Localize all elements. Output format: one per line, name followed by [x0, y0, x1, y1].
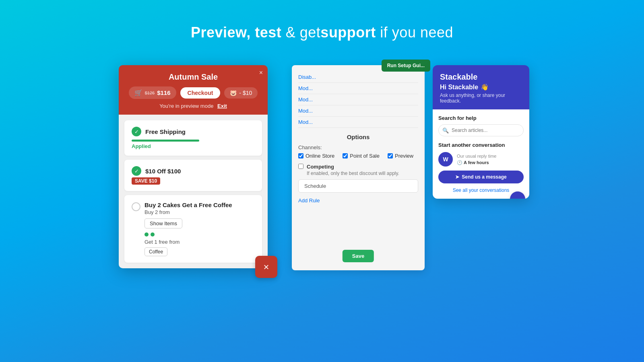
stackable-chat-widget: Stackable Hi Stackable 👋 Ask us anything… — [433, 65, 529, 199]
check-icon: ✓ — [132, 127, 141, 136]
save-badge: SAVE $10 — [132, 176, 255, 185]
menu-item-5[interactable]: Mod... — [298, 117, 418, 128]
channel-online-store-checkbox[interactable] — [298, 153, 303, 158]
conversation-row: W Our usual reply time 🕐 A few hours — [438, 152, 524, 167]
coffee-tag: Coffee — [144, 247, 167, 256]
conv-info: Our usual reply time 🕐 A few hours — [457, 153, 496, 166]
preview-bar: You're in preview mode Exit — [127, 103, 260, 109]
ten-off-card: ✓ $10 Off $100 SAVE $10 — [124, 160, 262, 191]
search-input[interactable] — [438, 124, 524, 136]
channel-pos-checkbox[interactable] — [343, 153, 348, 158]
channel-preview-checkbox[interactable] — [388, 153, 393, 158]
headline-bold1: Preview, test — [191, 24, 281, 41]
stackable-ask: Ask us anything, or share your feedback. — [440, 93, 522, 104]
menu-item-3[interactable]: Mod... — [298, 94, 418, 105]
right-panel: Run Setup Gui... Disab... Mod... Mod... … — [292, 65, 525, 270]
dot-1 — [144, 232, 149, 237]
send-message-button[interactable]: ➤ Send us a message — [438, 171, 524, 183]
stackable-greeting: Hi Stackable 👋 — [440, 83, 522, 91]
piggy-icon: 🐷 — [230, 90, 237, 96]
autumn-toolbar: 🛒 $126 $116 Checkout 🐷 - $10 — [127, 86, 260, 99]
autumn-header: × Autumn Sale 🛒 $126 $116 Checkout 🐷 - $… — [119, 65, 268, 115]
ten-off-row: ✓ $10 Off $100 — [132, 166, 255, 176]
start-conv-label: Start another conversation — [438, 142, 524, 148]
search-help-label: Search for help — [438, 115, 524, 121]
channels-label: Channels: — [298, 144, 418, 150]
close-icon[interactable]: × — [259, 69, 263, 76]
stackable-brand: Stackable — [440, 72, 522, 82]
competing-checkbox[interactable] — [298, 164, 303, 169]
bogo-row: Buy 2 Cakes Get a Free Coffee Buy 2 from… — [132, 202, 255, 256]
applied-label: Applied — [132, 143, 255, 149]
channels-row: Online Store Point of Sale Preview — [298, 153, 418, 159]
competing-label: Competing — [307, 164, 399, 170]
free-shipping-row: ✓ Free Shipping — [132, 127, 255, 136]
competing-hint: If enabled, only the best discount will … — [307, 171, 399, 176]
discount-pill: 🐷 - $10 — [224, 87, 258, 99]
menu-item-2[interactable]: Mod... — [298, 83, 418, 94]
exit-button[interactable]: Exit — [217, 103, 227, 109]
get-free-label: Get 1 free from — [144, 239, 232, 245]
shopify-admin-panel: Run Setup Gui... Disab... Mod... Mod... … — [292, 65, 425, 270]
cart-icon: 🛒 — [134, 89, 142, 97]
send-message-label: Send us a message — [462, 174, 506, 180]
competing-row: Competing If enabled, only the best disc… — [298, 164, 418, 176]
wave-emoji: 👋 — [481, 83, 489, 91]
bogo-title: Buy 2 Cakes Get a Free Coffee — [144, 202, 232, 208]
channel-online-store-label: Online Store — [305, 153, 334, 159]
cart-price-new: $116 — [157, 89, 170, 96]
channel-preview[interactable]: Preview — [388, 153, 413, 159]
greeting-text: Hi Stackable — [440, 84, 478, 91]
reply-label: Our usual reply time — [457, 153, 496, 160]
bogo-card: Buy 2 Cakes Get a Free Coffee Buy 2 from… — [124, 195, 262, 263]
check-icon-2: ✓ — [132, 166, 141, 176]
reply-time-row: 🕐 A few hours — [457, 159, 496, 166]
options-title: Options — [298, 134, 418, 140]
bogo-content: Buy 2 Cakes Get a Free Coffee Buy 2 from… — [144, 202, 232, 256]
send-icon: ➤ — [455, 174, 459, 180]
show-items-button[interactable]: Show Items — [144, 218, 182, 228]
search-input-wrap: 🔍 — [438, 124, 524, 136]
free-shipping-card: ✓ Free Shipping Applied — [124, 120, 262, 156]
avatar: W — [438, 152, 453, 167]
red-x-button[interactable]: × — [255, 256, 277, 278]
free-shipping-label: Free Shipping — [145, 128, 186, 135]
clock-icon: 🕐 — [457, 160, 464, 165]
save-button[interactable]: Save — [343, 250, 374, 262]
stackable-header: Stackable Hi Stackable 👋 Ask us anything… — [433, 65, 529, 109]
channel-preview-label: Preview — [395, 153, 413, 159]
channel-online-store[interactable]: Online Store — [298, 153, 334, 159]
autumn-sale-panel: × Autumn Sale 🛒 $126 $116 Checkout 🐷 - $… — [119, 65, 268, 268]
page-headline: Preview, test & getsupport if you need — [191, 24, 453, 41]
schedule-box[interactable]: Schedule — [298, 179, 418, 193]
dot-2 — [151, 232, 155, 237]
search-icon: 🔍 — [442, 128, 449, 134]
chevron-down-icon: ⌄ — [515, 195, 521, 199]
bogo-sub: Buy 2 from — [144, 209, 232, 215]
reply-time: A few hours — [464, 160, 489, 165]
add-rule-link[interactable]: Add Rule — [298, 197, 418, 204]
discount-value: - $10 — [239, 90, 252, 96]
panels-container: × Autumn Sale 🛒 $126 $116 Checkout 🐷 - $… — [119, 65, 525, 270]
headline-normal1: & get — [286, 24, 321, 41]
autumn-body: ✓ Free Shipping Applied ✓ $10 Off $100 S… — [119, 115, 268, 268]
menu-item-1[interactable]: Disab... — [298, 72, 418, 83]
menu-item-4[interactable]: Mod... — [298, 105, 418, 117]
free-shipping-progress — [132, 140, 199, 142]
channel-pos-label: Point of Sale — [350, 153, 380, 159]
cart-pill: 🛒 $126 $116 — [129, 86, 176, 99]
ten-off-label: $10 Off $100 — [145, 168, 181, 175]
cart-price-old: $126 — [145, 90, 155, 95]
preview-text: You're in preview mode — [159, 103, 213, 109]
headline-normal2: if you need — [380, 24, 453, 41]
see-conversations-link[interactable]: See all your conversations — [438, 187, 524, 193]
stackable-body: Search for help 🔍 Start another conversa… — [433, 109, 529, 199]
autumn-title: Autumn Sale — [127, 72, 260, 82]
checkout-button[interactable]: Checkout — [180, 87, 221, 99]
headline-bold2: support — [320, 24, 376, 41]
bogo-dots — [144, 232, 232, 237]
run-setup-button[interactable]: Run Setup Gui... — [382, 60, 430, 72]
channel-point-of-sale[interactable]: Point of Sale — [343, 153, 380, 159]
bogo-circle-icon — [132, 202, 140, 211]
